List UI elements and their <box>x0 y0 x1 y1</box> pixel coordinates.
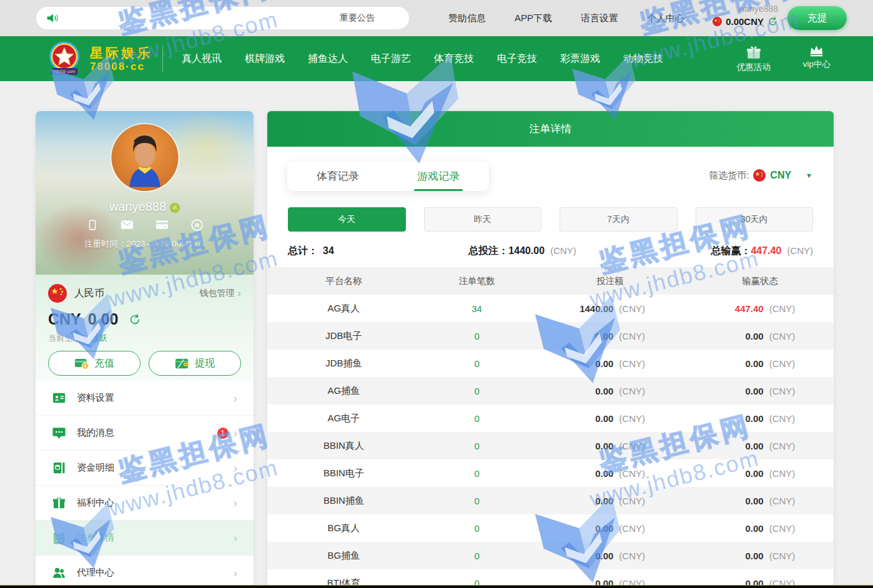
bet-count-cell: 0 <box>420 496 533 506</box>
nav-item-3[interactable]: 电子游艺 <box>371 52 411 66</box>
bitcoin-icon[interactable]: B <box>190 218 204 231</box>
summary-total-count: 总计：34 <box>288 245 334 258</box>
nav-item-5[interactable]: 电子竞技 <box>497 52 537 66</box>
table-header-cell: 注单笔数 <box>420 275 533 287</box>
topbar-link-1[interactable]: APP下载 <box>515 12 552 24</box>
wallet-manage-link[interactable]: 钱包管理 <box>199 288 234 299</box>
winloss-value: 447.40 <box>725 303 764 314</box>
sidebar: wanye888✓ B 注册时间：2023-02-06 00:41:05 人民币… <box>36 111 254 588</box>
vip-nav-item[interactable]: vip中心 <box>803 44 831 73</box>
winloss-cell: 0.00(CNY) <box>686 468 834 479</box>
sidebar-item-1[interactable]: 我的消息1› <box>36 416 254 451</box>
svg-text:78008·com: 78008·com <box>53 69 76 74</box>
topbar: 重要公告 赞助信息APP下载语言设置个人中心 wanye888 0.00CNY … <box>0 0 873 36</box>
gift-icon <box>52 496 66 510</box>
table-row: AG电子00.00(CNY)0.00(CNY) <box>267 404 834 432</box>
panel-header: 注单详情 <box>267 111 834 147</box>
nav-item-7[interactable]: 动物竞技 <box>623 52 663 66</box>
sidebar-item-3[interactable]: 福利中心› <box>36 486 254 521</box>
sidebar-item-4[interactable]: 注单详情› <box>36 521 254 556</box>
wallet-status: 当前主钱包:活跃 <box>48 333 241 344</box>
nav-item-4[interactable]: 体育竞技 <box>434 52 474 66</box>
platform-cell: BG真人 <box>267 522 420 534</box>
deposit-button[interactable]: ¥ 充值 <box>48 351 141 376</box>
cny-flag-icon <box>48 284 67 303</box>
topbar-link-2[interactable]: 语言设置 <box>581 12 618 24</box>
platform-cell: JDB捕鱼 <box>267 358 420 370</box>
sidebar-item-5[interactable]: 代理中心› <box>36 556 254 588</box>
bottom-strip <box>0 585 873 588</box>
currency-filter[interactable]: 筛选货币: CNY ▼ <box>709 169 812 182</box>
date-filter-2[interactable]: 7天内 <box>560 207 678 232</box>
sidebar-item-0[interactable]: 资料设置› <box>36 381 254 416</box>
chevron-down-icon[interactable]: ▼ <box>806 172 812 179</box>
topbar-balance: 0.00CNY <box>726 16 764 27</box>
withdraw-button[interactable]: 提现 <box>149 351 241 376</box>
chevron-right-icon[interactable]: › <box>237 287 241 300</box>
winloss-currency: (CNY) <box>769 551 796 561</box>
unread-badge: 1 <box>217 428 229 439</box>
date-filter-0[interactable]: 今天 <box>288 207 406 232</box>
bet-count-cell: 0 <box>420 441 533 451</box>
logo-title: 星际娱乐 <box>90 46 152 61</box>
table-row: BBIN真人00.00(CNY)0.00(CNY) <box>267 432 834 459</box>
site-logo[interactable]: 78008·com 星际娱乐 78008·cc <box>45 39 152 78</box>
bet-amount-value: 1440.00 <box>575 303 613 314</box>
bet-amount-value: 0.00 <box>575 468 613 479</box>
sidebar-item-2[interactable]: 资金明细› <box>36 451 254 486</box>
bet-amount-value: 0.00 <box>575 551 613 561</box>
verified-badge-icon: ✓ <box>170 203 180 213</box>
date-filter-3[interactable]: 30天内 <box>696 207 814 232</box>
bet-count-cell: 34 <box>420 303 533 314</box>
date-filter-1[interactable]: 昨天 <box>424 207 542 232</box>
refresh-wallet-icon[interactable] <box>129 313 141 326</box>
winloss-cell: 0.00(CNY) <box>686 331 834 341</box>
platform-cell: AG真人 <box>267 303 420 315</box>
phone-icon[interactable] <box>86 218 99 231</box>
sidebar-item-label: 资料设置 <box>77 392 114 404</box>
bet-amount-cell: 0.00(CNY) <box>533 496 686 506</box>
bet-amount-cell: 0.00(CNY) <box>533 358 686 369</box>
bet-count-cell: 0 <box>420 468 533 479</box>
topbar-link-3[interactable]: 个人中心 <box>647 12 684 24</box>
table-row: BG真人00.00(CNY)0.00(CNY) <box>267 514 834 542</box>
chevron-right-icon: › <box>234 461 237 475</box>
nav-item-2[interactable]: 捕鱼达人 <box>308 52 348 66</box>
promo-nav-item[interactable]: 优惠活动 <box>737 44 771 73</box>
winloss-cell: 0.00(CNY) <box>686 523 834 534</box>
tab-sports-record[interactable]: 体育记录 <box>287 161 388 191</box>
svg-text:B: B <box>195 222 199 228</box>
bet-count-cell: 0 <box>420 551 533 561</box>
profile-username: wanye888 <box>109 200 166 213</box>
platform-cell: BBIN电子 <box>267 468 420 479</box>
table-header-cell: 投注额 <box>533 275 686 287</box>
nav-item-6[interactable]: 彩票游戏 <box>560 52 600 66</box>
bet-amount-currency: (CNY) <box>619 441 645 451</box>
refresh-balance-icon[interactable] <box>767 16 778 27</box>
topbar-link-0[interactable]: 赞助信息 <box>448 12 486 24</box>
bet-amount-cell: 0.00(CNY) <box>533 413 686 424</box>
table-header-row: 平台名称注单笔数投注额输赢状态 <box>267 267 834 295</box>
nav-item-1[interactable]: 棋牌游戏 <box>245 52 285 66</box>
topbar-links: 赞助信息APP下载语言设置个人中心 <box>448 0 684 36</box>
deposit-withdraw-button[interactable]: 充提 <box>787 6 847 30</box>
winloss-currency: (CNY) <box>769 496 796 506</box>
wallet-currency-name: 人民币 <box>74 287 104 300</box>
announcement-bar: 重要公告 <box>36 7 409 29</box>
bet-count-cell: 0 <box>420 331 533 341</box>
chevron-right-icon: › <box>234 566 237 580</box>
bet-amount-currency: (CNY) <box>619 358 645 369</box>
crown-icon <box>809 44 824 57</box>
bet-count-cell: 0 <box>420 386 533 396</box>
chevron-right-icon: › <box>234 531 237 545</box>
avatar <box>111 124 178 191</box>
mail-icon[interactable] <box>121 218 134 231</box>
tab-game-record[interactable]: 游戏记录 <box>388 161 490 191</box>
page-title: 注单详情 <box>530 122 572 136</box>
summary-bar: 总计：34 总投注：1440.00(CNY) 总输赢：447.40(CNY) <box>288 245 813 258</box>
nav-item-0[interactable]: 真人视讯 <box>182 52 222 66</box>
bet-amount-value: 0.00 <box>575 413 613 424</box>
winloss-value: 0.00 <box>725 523 764 534</box>
bet-amount-currency: (CNY) <box>619 386 645 396</box>
bank-card-icon[interactable] <box>155 218 169 231</box>
